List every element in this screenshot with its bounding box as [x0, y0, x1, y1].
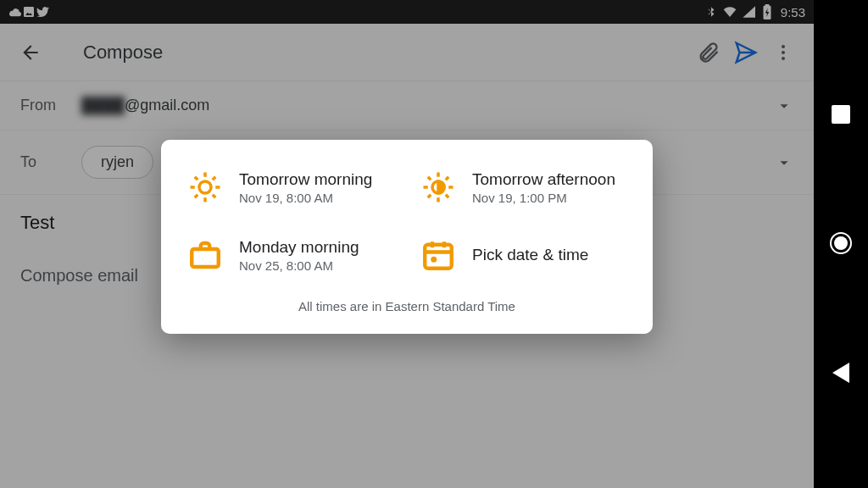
dialog-footer-text: All times are in Eastern Standard Time: [171, 292, 643, 324]
option-title: Tomorrow morning: [239, 169, 372, 190]
svg-point-6: [199, 181, 211, 193]
sun-icon: [186, 169, 224, 206]
briefcase-icon: [186, 236, 224, 274]
option-monday-morning[interactable]: Monday morning Nov 25, 8:00 AM: [178, 233, 403, 277]
option-tomorrow-morning[interactable]: Tomorrow morning Nov 19, 8:00 AM: [178, 165, 403, 209]
nav-recent-button[interactable]: [832, 105, 850, 124]
option-title: Tomorrow afternoon: [472, 169, 615, 190]
option-title: Monday morning: [239, 237, 359, 258]
option-subtitle: Nov 19, 1:00 PM: [472, 191, 615, 205]
half-sun-icon: [420, 169, 457, 206]
option-pick-date-time[interactable]: Pick date & time: [411, 233, 636, 277]
svg-rect-8: [192, 249, 219, 267]
calendar-icon: [420, 236, 457, 274]
svg-point-10: [431, 257, 437, 263]
svg-rect-9: [425, 245, 452, 269]
phone-screen: 9:53 Compose From ████@gmail.com To ryje…: [0, 0, 814, 488]
option-subtitle: Nov 19, 8:00 AM: [239, 191, 372, 205]
option-title: Pick date & time: [472, 245, 588, 265]
nav-back-button[interactable]: [832, 363, 849, 383]
schedule-send-dialog: Tomorrow morning Nov 19, 8:00 AM Tomorro…: [161, 140, 653, 334]
android-nav-bar: [814, 0, 868, 488]
option-subtitle: Nov 25, 8:00 AM: [239, 258, 359, 273]
option-tomorrow-afternoon[interactable]: Tomorrow afternoon Nov 19, 1:00 PM: [411, 165, 636, 209]
nav-home-button[interactable]: [830, 232, 852, 254]
